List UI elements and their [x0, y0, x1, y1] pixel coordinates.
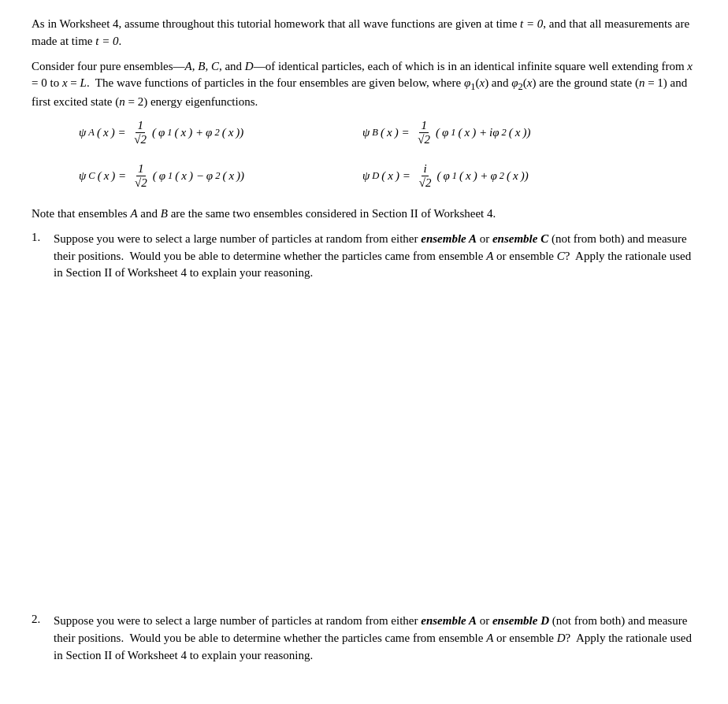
inline-math-t: t = 0 — [520, 17, 543, 30]
note-line: Note that ensembles A and B are the same… — [32, 206, 696, 223]
fraction-c: 1 √2 — [133, 162, 149, 190]
equation-row-2: ψC(x) = 1 √2 (φ1(x) − φ2(x)) ψD(x) = i √… — [79, 162, 665, 190]
numbered-list: 1. Suppose you were to select a large nu… — [32, 231, 696, 665]
inline-math-t2: t = 0 — [95, 35, 118, 47]
question-2-item: 2. Suppose you were to select a large nu… — [32, 613, 696, 664]
question-2-content: Suppose you were to select a large numbe… — [54, 613, 696, 664]
intro-paragraph: As in Worksheet 4, assume throughout thi… — [32, 16, 696, 50]
page-content: As in Worksheet 4, assume throughout thi… — [32, 16, 696, 664]
psi-b-equation: ψB(x) = 1 √2 (φ1(x) + iφ2(x)) — [362, 119, 583, 146]
psi-a-equation: ψA(x) = 1 √2 (φ1(x) + φ2(x)) — [79, 119, 299, 146]
fraction-b: 1 √2 — [416, 119, 432, 146]
psi-d-equation: ψD(x) = i √2 (φ1(x) + φ2(x)) — [362, 162, 583, 190]
fraction-d: i √2 — [418, 162, 433, 190]
question-1-item: 1. Suppose you were to select a large nu… — [32, 231, 696, 282]
question-1-content: Suppose you were to select a large numbe… — [54, 231, 696, 282]
description-paragraph: Consider four pure ensembles—A, B, C, an… — [32, 58, 696, 112]
question-2-number: 2. — [32, 613, 54, 626]
question-1-number: 1. — [32, 231, 54, 244]
equations-block: ψA(x) = 1 √2 (φ1(x) + φ2(x)) ψB(x) = 1 √… — [79, 119, 665, 190]
psi-c-equation: ψC(x) = 1 √2 (φ1(x) − φ2(x)) — [79, 162, 299, 190]
fraction-a: 1 √2 — [132, 119, 148, 146]
equation-row-1: ψA(x) = 1 √2 (φ1(x) + φ2(x)) ψB(x) = 1 √… — [79, 119, 665, 146]
